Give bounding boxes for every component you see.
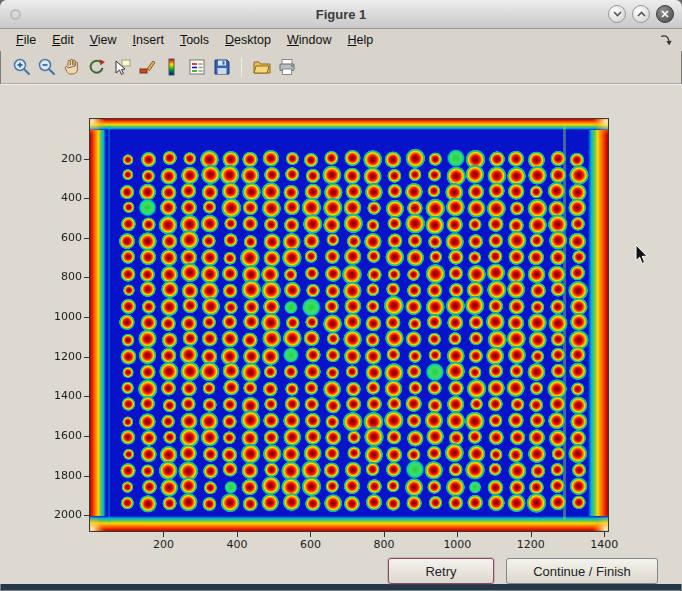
y-axis-tick-label: 1600 (2, 429, 82, 442)
x-axis-tick (310, 532, 311, 537)
menu-item-view[interactable]: View (82, 31, 125, 49)
y-axis-tick (84, 317, 90, 318)
y-axis-tick-label: 600 (2, 231, 82, 244)
save-button[interactable] (210, 55, 233, 79)
open-button[interactable] (250, 55, 273, 79)
y-axis-tick (84, 357, 90, 358)
x-axis-tick-label: 1200 (507, 538, 555, 551)
figure-canvas-area: Retry Continue / Finish 2004006008001000… (0, 84, 682, 584)
close-icon (661, 10, 669, 18)
menubar: FileEditViewInsertToolsDesktopWindowHelp (0, 29, 682, 51)
figure-toolbar (0, 51, 682, 84)
x-axis-tick (384, 532, 385, 537)
y-axis-tick-label: 1200 (2, 350, 82, 363)
titlebar[interactable]: Figure 1 (0, 0, 682, 29)
x-axis-tick-label: 800 (360, 538, 408, 551)
heatmap-image[interactable] (90, 119, 608, 531)
chevron-up-icon (637, 11, 646, 17)
brush-icon (137, 57, 157, 77)
x-axis-tick (457, 532, 458, 537)
data-cursor-icon (112, 57, 132, 77)
y-axis-tick (84, 277, 90, 278)
maximize-button[interactable] (632, 5, 650, 23)
pan-button[interactable] (60, 55, 83, 79)
y-axis-tick-label: 1800 (2, 469, 82, 482)
y-axis-tick-label: 400 (2, 191, 82, 204)
zoom-in-button[interactable] (10, 55, 33, 79)
figure-window: Figure 1 FileEditViewInsertToolsDesktopW… (0, 0, 682, 591)
legend-button[interactable] (185, 55, 208, 79)
x-axis-tick-label: 400 (213, 538, 261, 551)
menu-item-help[interactable]: Help (339, 31, 381, 49)
y-axis-tick (84, 436, 90, 437)
x-axis-tick (163, 532, 164, 537)
menu-item-file[interactable]: File (8, 31, 44, 49)
y-axis-tick (84, 396, 90, 397)
retry-button[interactable]: Retry (388, 558, 494, 584)
x-axis-tick (604, 532, 605, 537)
chevron-down-icon (613, 11, 622, 17)
zoom-in-icon (12, 57, 32, 77)
toolbar-separator (241, 57, 242, 77)
menu-item-edit[interactable]: Edit (44, 31, 82, 49)
undock-icon[interactable] (659, 33, 673, 50)
y-axis-tick-label: 200 (2, 152, 82, 165)
y-axis-tick-label: 1000 (2, 310, 82, 323)
menu-item-insert[interactable]: Insert (125, 31, 172, 49)
colorbar-button[interactable] (160, 55, 183, 79)
zoom-out-icon (37, 57, 57, 77)
menu-item-window[interactable]: Window (279, 31, 339, 49)
y-axis-tick (84, 476, 90, 477)
legend-icon (187, 57, 207, 77)
x-axis-tick-label: 600 (286, 538, 334, 551)
window-title: Figure 1 (0, 7, 682, 22)
brush-button[interactable] (135, 55, 158, 79)
y-axis-tick-label: 800 (2, 270, 82, 283)
x-axis-tick (237, 532, 238, 537)
data-cursor-button[interactable] (110, 55, 133, 79)
print-icon (277, 57, 297, 77)
menu-item-desktop[interactable]: Desktop (217, 31, 279, 49)
zoom-out-button[interactable] (35, 55, 58, 79)
y-axis-tick (84, 159, 90, 160)
x-axis-tick-label: 1000 (433, 538, 481, 551)
save-icon (212, 57, 232, 77)
x-axis-tick-label: 200 (139, 538, 187, 551)
y-axis-tick (84, 515, 90, 516)
x-axis-tick-label: 1400 (580, 538, 628, 551)
rotate-3d-button[interactable] (85, 55, 108, 79)
y-axis-tick (84, 198, 90, 199)
y-axis-tick-label: 1400 (2, 389, 82, 402)
rotate-3d-icon (87, 57, 107, 77)
y-axis-tick (84, 238, 90, 239)
window-bottom-edge (0, 584, 682, 591)
minimize-button[interactable] (608, 5, 626, 23)
open-folder-icon (252, 57, 272, 77)
y-axis-tick-label: 2000 (2, 508, 82, 521)
pan-hand-icon (62, 57, 82, 77)
close-button[interactable] (656, 5, 674, 23)
menu-item-tools[interactable]: Tools (172, 31, 217, 49)
window-controls (608, 5, 674, 23)
continue-finish-button[interactable]: Continue / Finish (506, 558, 658, 584)
colorbar-icon (162, 57, 182, 77)
x-axis-tick (531, 532, 532, 537)
print-button[interactable] (275, 55, 298, 79)
